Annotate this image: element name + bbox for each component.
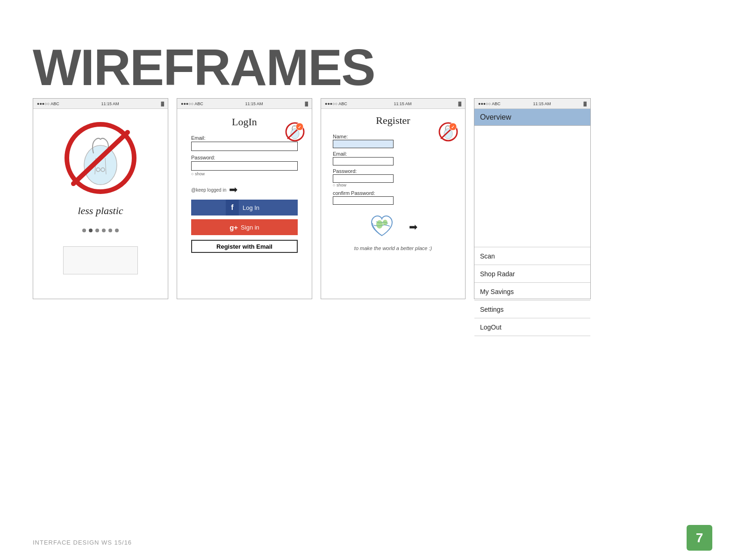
facebook-login-button[interactable]: f Log In	[191, 200, 298, 215]
reg-password-input[interactable]	[333, 174, 394, 183]
dot-1	[82, 229, 86, 232]
keep-logged-row: @keep logged in ➡	[191, 184, 298, 196]
name-label: Name:	[333, 134, 453, 139]
reg-password-field: Password: ○ show	[333, 168, 453, 187]
register-email-label: Register with Email	[216, 243, 272, 250]
google-login-button[interactable]: g+ Sign in	[191, 219, 298, 235]
dot-3	[95, 229, 99, 232]
login-title: LogIn	[232, 116, 257, 128]
app-logo-login: ✓	[285, 122, 305, 142]
splash-content: less plastic	[33, 109, 168, 274]
svg-text:✓: ✓	[451, 125, 455, 129]
screen-register: ●●●○○ ABC 11:15 AM ▓ ✓ Register Name:	[321, 98, 466, 299]
password-input[interactable]	[191, 161, 298, 171]
page-number-badge: 7	[687, 525, 712, 551]
status-bar-register: ●●●○○ ABC 11:15 AM ▓	[321, 99, 465, 109]
reg-email-field: Email:	[333, 151, 453, 165]
status-carrier: ●●●○○ ABC	[37, 101, 59, 106]
menu-item-logout[interactable]: LogOut	[474, 318, 590, 336]
dot-2	[89, 229, 93, 232]
register-email-button[interactable]: Register with Email	[191, 240, 298, 253]
status-bar-splash: ●●●○○ ABC 11:15 AM ▓	[33, 99, 168, 109]
confirm-label: confirm Password:	[333, 190, 453, 196]
name-field: Name:	[333, 134, 453, 148]
dot-6	[115, 229, 119, 232]
screen-login: ●●●○○ ABC 11:15 AM ▓ ✓ LogIn Email:	[177, 98, 312, 299]
register-tagline: to make the world a better place :)	[354, 245, 432, 251]
register-title: Register	[376, 115, 410, 127]
login-email-field: Email:	[191, 135, 298, 151]
dot-5	[108, 229, 112, 232]
facebook-label: Log In	[243, 204, 259, 211]
google-plus-icon: g+	[229, 223, 238, 231]
status-battery-ov: ▓	[583, 101, 587, 106]
password-label: Password:	[191, 155, 298, 160]
status-bar-overview: ●●●○○ ABC 11:15 AM ▓	[474, 99, 590, 109]
menu-item-scan[interactable]: Scan	[474, 247, 590, 265]
screen-overview: ●●●○○ ABC 11:15 AM ▓ Overview Scan Shop …	[474, 98, 591, 299]
reg-show-hint: ○ show	[333, 183, 453, 187]
name-input[interactable]	[333, 140, 394, 148]
confirm-input[interactable]	[333, 196, 394, 205]
page-title: WIREFRAMES	[33, 37, 375, 97]
email-input[interactable]	[191, 142, 298, 151]
screen-splash: ●●●○○ ABC 11:15 AM ▓	[33, 98, 168, 299]
status-battery-reg: ▓	[458, 101, 461, 106]
status-carrier-reg: ●●●○○ ABC	[325, 101, 347, 106]
status-carrier-ov: ●●●○○ ABC	[478, 101, 501, 106]
status-time-login: 11:15 AM	[245, 101, 263, 106]
overview-menu: Scan Shop Radar My Savings Settings LogO…	[474, 247, 590, 336]
status-battery-login: ▓	[305, 101, 308, 106]
dot-4	[102, 229, 106, 232]
loading-indicator	[82, 229, 119, 232]
no-plastic-icon	[63, 121, 138, 195]
svg-text:✓: ✓	[298, 125, 301, 129]
earth-heart-icon	[369, 213, 395, 241]
wireframes-container: ●●●○○ ABC 11:15 AM ▓	[33, 98, 591, 299]
login-content: ✓ LogIn Email: Password: ○ show @keep lo…	[177, 109, 312, 260]
register-actions: ➡	[369, 213, 417, 241]
show-password-hint: ○ show	[191, 172, 298, 176]
reg-password-label: Password:	[333, 168, 453, 174]
status-time: 11:15 AM	[101, 101, 119, 106]
app-logo-register: ✓	[438, 122, 458, 142]
reg-email-input[interactable]	[333, 157, 394, 165]
overview-body	[474, 126, 590, 247]
splash-bottom-rect	[63, 246, 138, 274]
menu-item-shop-radar[interactable]: Shop Radar	[474, 265, 590, 283]
register-content: ✓ Register Name: Email: Password: ○ show	[321, 109, 465, 257]
status-time-ov: 11:15 AM	[533, 101, 551, 106]
login-password-field: Password: ○ show	[191, 155, 298, 176]
svg-point-18	[376, 220, 383, 229]
register-form: Name: Email: Password: ○ show confirm Pa…	[333, 134, 453, 208]
svg-point-1	[84, 145, 117, 185]
overview-header: Overview	[474, 109, 590, 126]
status-time-reg: 11:15 AM	[394, 101, 412, 106]
menu-item-my-savings[interactable]: My Savings	[474, 283, 590, 301]
login-arrow-icon: ➡	[229, 184, 237, 196]
facebook-icon: f	[226, 200, 239, 215]
app-tagline: less plastic	[78, 205, 123, 217]
google-label: Sign in	[241, 224, 259, 231]
status-bar-login: ●●●○○ ABC 11:15 AM ▓	[177, 99, 312, 109]
confirm-password-field: confirm Password:	[333, 190, 453, 205]
status-carrier-login: ●●●○○ ABC	[181, 101, 203, 106]
email-label: Email:	[191, 135, 298, 141]
status-battery: ▓	[161, 101, 164, 106]
menu-item-settings[interactable]: Settings	[474, 301, 590, 318]
register-arrow-icon: ➡	[409, 221, 417, 233]
keep-logged-label: @keep logged in	[191, 187, 226, 193]
footer-label: INTERFACE DESIGN WS 15/16	[33, 539, 132, 546]
overview-content: Overview Scan Shop Radar My Savings Sett…	[474, 109, 590, 336]
reg-email-label: Email:	[333, 151, 453, 157]
svg-point-19	[383, 220, 387, 225]
